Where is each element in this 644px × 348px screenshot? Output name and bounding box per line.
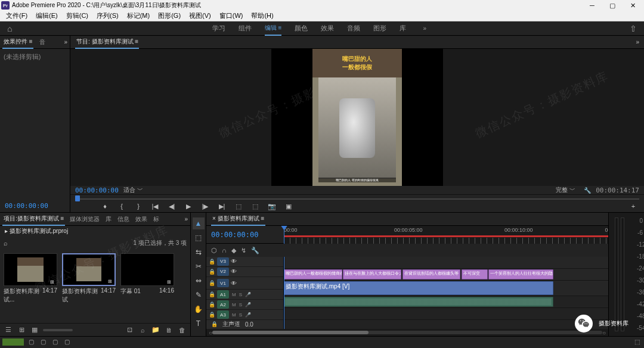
mark-out-button[interactable]: } [132, 200, 144, 212]
snap-button[interactable]: ⬡ [211, 247, 217, 254]
program-tc-right[interactable]: 00:00:14:17 [596, 187, 639, 194]
wrench-button[interactable]: 🔧 [251, 247, 259, 254]
step-fwd-button[interactable]: |▶ [199, 200, 211, 212]
track-select-tool[interactable]: ⬚ [193, 232, 205, 244]
track-head-v1[interactable]: 🔒V1👁 [206, 277, 283, 290]
ws-overflow[interactable]: » [419, 25, 430, 32]
close-button[interactable]: ✕ [623, 0, 643, 11]
ws-assembly[interactable]: 组件 [239, 21, 252, 35]
project-item[interactable]: ⊞ 摄影资料库测试...14:17 [4, 253, 57, 319]
lift-button[interactable]: ⬚ [233, 200, 244, 212]
button-editor[interactable]: + [627, 200, 639, 212]
master-track[interactable]: 🔒主声道0.0 [206, 320, 283, 329]
clip-text[interactable]: 挂在与在脸上的人大都很口令太笨 [343, 269, 401, 279]
clip-text[interactable]: 嘴巴甜的人一般都很假的情商都很高 [284, 269, 342, 279]
extract-button[interactable]: ⬚ [249, 200, 261, 212]
tab-info[interactable]: 信息 [116, 213, 131, 225]
zoom-fit[interactable]: 适合 ﹀ [123, 186, 143, 194]
menu-graphics[interactable]: 图形(G) [154, 10, 184, 21]
menu-help[interactable]: 帮助(H) [247, 10, 277, 21]
slip-tool[interactable]: ⇔ [193, 275, 205, 287]
mark-in-button[interactable]: { [116, 200, 128, 212]
sb-r1[interactable]: ⬚ [632, 338, 642, 346]
time-ruler[interactable]: 00:00 00:00:05:00 00:00:10:00 00:0 [284, 226, 608, 244]
ws-editing[interactable]: 编辑 ≡ [265, 21, 282, 36]
program-tc-left[interactable]: 00:00:00:00 [75, 187, 119, 194]
menu-clip[interactable]: 剪辑(C) [63, 10, 92, 21]
project-item[interactable]: ⊞ 字幕 0114:16 [120, 253, 174, 319]
selection-tool[interactable]: ▲ [193, 218, 205, 229]
link-button[interactable]: ∩ [222, 247, 227, 254]
menu-window[interactable]: 窗口(W) [216, 10, 247, 21]
tab-media-browser[interactable]: 媒体浏览器 [69, 213, 101, 225]
export-frame-button[interactable]: 📷 [266, 200, 278, 212]
add-marker-button[interactable]: ♦ [99, 200, 111, 212]
menu-view[interactable]: 视图(V) [185, 10, 215, 21]
go-to-out-button[interactable]: ▶| [216, 200, 228, 212]
clip-text[interactable]: 一个笑容别人的人往往有很大的隐秘 [488, 269, 553, 279]
menu-edit[interactable]: 编辑(E) [32, 10, 61, 21]
step-back-button[interactable]: ◀| [166, 200, 178, 212]
new-item-button[interactable]: 🗎 [164, 325, 174, 335]
sb-4[interactable]: ▢ [62, 338, 72, 346]
ec-timecode[interactable]: 00:00:00:00 [5, 202, 48, 210]
clip-text[interactable]: 在背后说别话的人都很缠头等 [402, 269, 461, 279]
quality-select[interactable]: 完整 ﹀ [556, 186, 575, 194]
delete-button[interactable]: 🗑 [177, 325, 187, 335]
settings-icon[interactable]: 🔧 [584, 187, 591, 194]
new-bin-button[interactable]: 📁 [151, 325, 160, 335]
marker-button[interactable]: ◆ [231, 247, 236, 254]
list-view-button[interactable]: ☰ [4, 325, 13, 335]
type-tool[interactable]: T [193, 318, 205, 330]
playhead[interactable] [284, 257, 284, 329]
icon-view-button[interactable]: ⊞ [17, 325, 26, 335]
go-to-in-button[interactable]: |◀ [149, 200, 161, 212]
minimize-button[interactable]: ─ [582, 0, 602, 11]
maximize-button[interactable]: ▢ [602, 0, 623, 11]
sb-1[interactable]: ▢ [26, 338, 36, 346]
track-head-v2[interactable]: 🔒V2👁 [206, 267, 283, 277]
tab-program[interactable]: 节目: 摄影资料库测试 ≡ [75, 36, 139, 49]
program-overflow[interactable]: » [636, 39, 639, 45]
home-button[interactable]: ⌂ [4, 23, 16, 35]
track-head-a2[interactable]: 🔒A2MS🎤 [206, 300, 283, 310]
menu-sequence[interactable]: 序列(S) [93, 10, 122, 21]
ws-library[interactable]: 库 [400, 21, 406, 35]
freeform-view-button[interactable]: ▦ [30, 325, 39, 335]
hand-tool[interactable]: ✋ [193, 303, 205, 315]
project-item[interactable]: ⊞ 摄影资料库测试14:17 [62, 253, 116, 319]
find-button[interactable]: ⌕ [138, 325, 147, 335]
project-overflow[interactable]: » [184, 216, 188, 222]
track-head-a1[interactable]: 🔒A1MS🎤 [206, 290, 283, 300]
tab-sequence[interactable]: × 摄影资料库测试 ≡ [211, 213, 265, 226]
export-icon[interactable]: ⇧ [626, 23, 640, 35]
play-button[interactable]: ▶ [182, 200, 194, 212]
menu-markers[interactable]: 标记(M) [123, 10, 154, 21]
ws-graphics[interactable]: 图形 [373, 21, 386, 35]
track-head-v3[interactable]: 🔒V3👁 [206, 257, 283, 267]
settings-button[interactable]: ↯ [241, 247, 246, 254]
sb-2[interactable]: ▢ [38, 338, 48, 346]
thumb-size-slider[interactable] [43, 329, 73, 331]
ws-effects[interactable]: 效果 [321, 21, 334, 35]
timeline-content[interactable]: 嘴巴甜的人一般都很假的情商都很高 挂在与在脸上的人大都很口令太笨 在背后说别话的… [284, 257, 608, 329]
clip-text[interactable]: 不可深交 [462, 269, 488, 279]
tab-libraries[interactable]: 库 [104, 213, 113, 225]
render-status[interactable] [2, 338, 24, 346]
ws-learn[interactable]: 学习 [212, 21, 225, 35]
sb-3[interactable]: ▢ [50, 338, 60, 346]
compare-button[interactable]: ▣ [283, 200, 295, 212]
tab-audio[interactable]: 音 [38, 36, 47, 48]
auto-seq-button[interactable]: ⊡ [125, 325, 134, 335]
ws-audio[interactable]: 音频 [347, 21, 360, 35]
menu-file[interactable]: 文件(F) [2, 10, 31, 21]
ripple-tool[interactable]: ⇆ [193, 246, 205, 258]
pen-tool[interactable]: ✎ [193, 289, 205, 301]
tab-effects2[interactable]: 效果 [134, 213, 148, 225]
tab-project[interactable]: 项目:摄影资料库测试 ≡ [2, 213, 65, 226]
timeline-hscroll[interactable]: ○ ○ [206, 329, 608, 336]
program-scrubber[interactable] [70, 194, 644, 200]
track-head-a3[interactable]: 🔒A3MS🎤 [206, 310, 283, 320]
timeline-tc[interactable]: 00:00:00:00 [211, 231, 258, 239]
tab-effect-controls[interactable]: 效果控件 ≡ [2, 36, 33, 49]
